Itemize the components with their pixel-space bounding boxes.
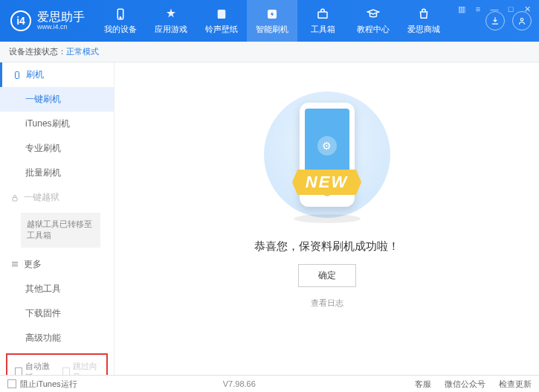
store-icon (417, 7, 430, 21)
sidebar-item-itunes-flash[interactable]: iTunes刷机 (0, 112, 114, 136)
footer-wechat-link[interactable]: 微信公众号 (445, 379, 485, 390)
new-ribbon: NEW (292, 170, 361, 195)
auto-activate-checkbox[interactable]: 自动激活 (15, 361, 52, 375)
footer-support-link[interactable]: 客服 (415, 379, 431, 390)
brand-name: 爱思助手 (37, 10, 85, 24)
app-header: i4 爱思助手 www.i4.cn 我的设备 应用游戏 铃声壁纸 智能刷机 工具… (0, 0, 539, 42)
menu-icon[interactable]: ≡ (472, 3, 484, 15)
checkbox-label: 阻止iTunes运行 (20, 379, 77, 390)
gear-icon: ⚙ (317, 136, 337, 155)
brand-logo: i4 爱思助手 www.i4.cn (0, 10, 95, 31)
options-row: 自动激活 跳过向导 (6, 353, 108, 375)
main-panel: ⚙ NEW 恭喜您，保资料刷机成功啦！ 确定 查看日志 (114, 62, 539, 375)
view-log-link[interactable]: 查看日志 (311, 298, 343, 309)
status-bar: 设备连接状态： 正常模式 (0, 42, 539, 62)
nav-label: 应用游戏 (155, 24, 187, 35)
nav-label: 我的设备 (104, 24, 137, 35)
nav-my-device[interactable]: 我的设备 (95, 0, 146, 42)
sidebar-item-pro-flash[interactable]: 专业刷机 (0, 136, 114, 161)
version-label: V7.98.66 (223, 379, 256, 388)
minimize-icon[interactable]: — (488, 3, 500, 15)
nav-label: 爱思商城 (407, 24, 440, 35)
nav-apps[interactable]: 应用游戏 (146, 0, 196, 42)
svg-rect-4 (318, 12, 327, 18)
sidebar-item-advanced[interactable]: 高级功能 (0, 326, 114, 350)
jailbreak-tip: 越狱工具已转移至工具箱 (21, 213, 100, 248)
main-nav: 我的设备 应用游戏 铃声壁纸 智能刷机 工具箱 教程中心 爱思商城 (95, 0, 449, 42)
brand-url: www.i4.cn (37, 24, 85, 31)
skin-icon[interactable]: ▥ (456, 3, 468, 15)
svg-rect-7 (13, 197, 17, 201)
status-label: 设备连接状态： (9, 46, 66, 57)
nav-tutorials[interactable]: 教程中心 (348, 0, 398, 42)
sidebar-item-download-fw[interactable]: 下载固件 (0, 301, 114, 326)
success-message: 恭喜您，保资料刷机成功啦！ (254, 240, 399, 254)
nav-toolbox[interactable]: 工具箱 (297, 0, 348, 42)
nav-label: 工具箱 (311, 24, 335, 35)
svg-rect-6 (16, 71, 19, 78)
success-illustration: ⚙ NEW (253, 80, 401, 229)
nav-ringtones[interactable]: 铃声壁纸 (196, 0, 247, 42)
tutorial-icon (367, 7, 380, 21)
sidebar-item-other-tools[interactable]: 其他工具 (0, 277, 114, 301)
section-label: 刷机 (26, 68, 44, 81)
close-icon[interactable]: ✕ (521, 3, 533, 15)
phone-icon (13, 71, 22, 80)
nav-label: 智能刷机 (256, 24, 288, 35)
footer: 阻止iTunes运行 V7.98.66 客服 微信公众号 检查更新 (0, 375, 539, 392)
nav-store[interactable]: 爱思商城 (398, 0, 449, 42)
nav-smart-flash[interactable]: 智能刷机 (247, 0, 297, 42)
lock-icon (10, 193, 19, 202)
sidebar-section-flash[interactable]: 刷机 (0, 62, 114, 87)
status-mode: 正常模式 (66, 46, 99, 57)
sidebar-item-batch-flash[interactable]: 批量刷机 (0, 161, 114, 185)
svg-point-1 (120, 16, 121, 18)
footer-update-link[interactable]: 检查更新 (499, 379, 532, 390)
list-icon (10, 260, 19, 269)
logo-icon: i4 (10, 10, 31, 31)
section-label: 一键越狱 (24, 191, 59, 204)
sidebar-item-oneclick-flash[interactable]: 一键刷机 (0, 87, 114, 112)
apps-icon (164, 7, 178, 21)
toolbox-icon (316, 7, 329, 21)
section-label: 更多 (24, 258, 42, 271)
svg-point-5 (520, 19, 523, 22)
sidebar: 刷机 一键刷机 iTunes刷机 专业刷机 批量刷机 一键越狱 越狱工具已转移至… (0, 62, 114, 375)
ok-button[interactable]: 确定 (298, 264, 356, 287)
flash-icon (265, 7, 279, 21)
ringtone-icon (215, 7, 228, 21)
maximize-icon[interactable]: □ (505, 3, 517, 15)
sidebar-section-jailbreak: 一键越狱 (0, 185, 114, 210)
device-icon (114, 7, 127, 21)
checkbox-label: 跳过向导 (73, 361, 99, 375)
skip-guide-checkbox[interactable]: 跳过向导 (62, 361, 100, 375)
checkbox-label: 自动激活 (25, 361, 51, 375)
block-itunes-checkbox[interactable]: 阻止iTunes运行 (7, 379, 77, 390)
nav-label: 铃声壁纸 (205, 24, 238, 35)
nav-label: 教程中心 (357, 24, 390, 35)
sidebar-section-more[interactable]: 更多 (0, 252, 114, 277)
svg-rect-2 (218, 10, 226, 19)
